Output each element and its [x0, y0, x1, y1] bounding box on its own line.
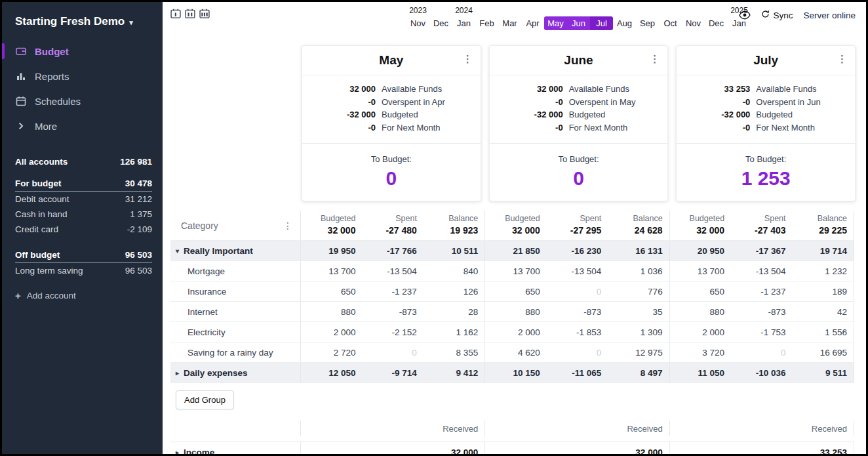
spent-cell[interactable]: -1 853 [547, 322, 608, 342]
spent-cell[interactable]: -873 [731, 302, 792, 321]
timeline-month-nov-12[interactable]: Nov [682, 6, 705, 30]
spent-cell[interactable]: -10 036 [731, 363, 792, 383]
balance-cell[interactable]: 189 [793, 281, 854, 301]
budgeted-cell[interactable]: 11 050 [670, 363, 731, 383]
budgeted-cell[interactable]: 650 [670, 281, 731, 301]
balance-cell[interactable]: 1 556 [793, 322, 854, 342]
spent-cell[interactable]: 0 [547, 281, 608, 301]
income-total-cell[interactable]: 33 253 [670, 442, 854, 454]
balance-cell[interactable]: 12 975 [608, 342, 669, 362]
to-budget-value[interactable]: 0 [302, 167, 481, 190]
spent-header-cell[interactable]: Spent-27 403 [731, 211, 792, 240]
timeline-month-dec-1[interactable]: Dec [429, 6, 452, 30]
add-group-button[interactable]: Add Group [176, 390, 234, 409]
spent-cell[interactable]: -2 152 [362, 322, 423, 342]
spent-cell[interactable]: -873 [362, 302, 423, 321]
balance-cell[interactable]: 126 [424, 281, 484, 301]
spent-cell[interactable]: -13 504 [731, 261, 792, 281]
budgeted-cell[interactable]: 13 700 [670, 261, 731, 281]
budgeted-cell[interactable]: 2 720 [301, 342, 362, 362]
balance-cell[interactable]: 776 [608, 281, 669, 301]
spent-header-cell[interactable]: Spent-27 480 [362, 211, 423, 240]
account-item-off-budget[interactable]: Off budget96 503 [15, 247, 152, 263]
spent-cell[interactable]: -17 367 [731, 241, 792, 260]
to-budget-value[interactable]: 1 253 [677, 167, 855, 190]
spent-cell[interactable]: -13 504 [547, 261, 608, 281]
budgeted-cell[interactable]: 13 700 [485, 261, 546, 281]
budgeted-cell[interactable]: 10 150 [485, 363, 546, 383]
timeline-month-may-6[interactable]: May [544, 6, 567, 30]
category-menu-icon[interactable]: ⋮ [283, 220, 292, 231]
group-toggle[interactable]: ▸Daily expenses [170, 363, 300, 383]
category-name[interactable]: Internet [170, 302, 300, 321]
timeline-month-feb-3[interactable]: Feb [475, 6, 498, 30]
month-menu-icon[interactable]: ⋮ [463, 53, 473, 65]
month-menu-icon[interactable]: ⋮ [837, 53, 847, 65]
balance-cell[interactable]: 1 309 [608, 322, 669, 342]
balance-cell[interactable]: 42 [793, 302, 854, 321]
privacy-eye-icon[interactable] [739, 10, 751, 20]
balance-cell[interactable]: 840 [424, 261, 484, 281]
account-item-for-budget[interactable]: For budget30 478 [15, 176, 152, 192]
timeline-month-apr-5[interactable]: Apr [521, 6, 544, 30]
timeline-month-sep-10[interactable]: Sep [636, 6, 659, 30]
balance-cell[interactable]: 9 511 [793, 363, 854, 383]
sidebar-item-reports[interactable]: Reports [2, 64, 163, 89]
budgeted-cell[interactable]: 3 720 [670, 342, 731, 362]
balance-cell[interactable]: 16 131 [608, 241, 669, 260]
balance-cell[interactable]: 19 714 [793, 241, 854, 260]
calendar-1-month-icon[interactable] [170, 9, 181, 18]
income-total-cell[interactable]: 32 000 [301, 442, 484, 454]
spent-cell[interactable]: -16 230 [547, 241, 608, 260]
sync-button[interactable]: Sync [761, 10, 793, 20]
balance-header-cell[interactable]: Balance19 923 [424, 211, 484, 240]
budgeted-cell[interactable]: 2 000 [670, 322, 731, 342]
budgeted-cell[interactable]: 2 000 [485, 322, 546, 342]
balance-cell[interactable]: 16 695 [793, 342, 854, 362]
balance-cell[interactable]: 9 412 [424, 363, 484, 383]
budgeted-cell[interactable]: 19 950 [301, 241, 362, 260]
account-item-credit-card[interactable]: Credit card-2 109 [15, 222, 152, 237]
budgeted-cell[interactable]: 880 [301, 302, 362, 321]
month-menu-icon[interactable]: ⋮ [650, 53, 660, 65]
timeline-month-nov-0[interactable]: 2023Nov [406, 6, 429, 30]
timeline-month-jul-8[interactable]: Jul [590, 6, 613, 30]
account-item-all-accounts[interactable]: All accounts126 981 [15, 154, 152, 169]
account-item-cash-in-hand[interactable]: Cash in hand1 375 [15, 207, 152, 222]
group-toggle[interactable]: ▾Really Important [170, 241, 300, 260]
spent-cell[interactable]: 0 [362, 342, 423, 362]
budgeted-cell[interactable]: 650 [301, 281, 362, 301]
sidebar-item-schedules[interactable]: Schedules [2, 89, 163, 114]
timeline-month-jun-7[interactable]: Jun [567, 6, 590, 30]
spent-cell[interactable]: -1 753 [731, 322, 792, 342]
budgeted-cell[interactable]: 4 620 [485, 342, 546, 362]
budgeted-cell[interactable]: 880 [485, 302, 546, 321]
balance-header-cell[interactable]: Balance24 628 [608, 211, 669, 240]
category-name[interactable]: Electricity [170, 322, 300, 342]
spent-cell[interactable]: -17 766 [362, 241, 423, 260]
budgeted-cell[interactable]: 650 [485, 281, 546, 301]
balance-cell[interactable]: 10 511 [424, 241, 484, 260]
to-budget-value[interactable]: 0 [490, 167, 668, 190]
balance-cell[interactable]: 35 [608, 302, 669, 321]
timeline-month-aug-9[interactable]: Aug [613, 6, 636, 30]
balance-cell[interactable]: 1 036 [608, 261, 669, 281]
timeline-month-oct-11[interactable]: Oct [659, 6, 682, 30]
balance-cell[interactable]: 8 497 [608, 363, 669, 383]
spent-header-cell[interactable]: Spent-27 295 [547, 211, 608, 240]
calendar-3-months-icon[interactable] [199, 9, 210, 18]
budgeted-cell[interactable]: 12 050 [301, 363, 362, 383]
budgeted-cell[interactable]: 20 950 [670, 241, 731, 260]
spent-cell[interactable]: -1 237 [731, 281, 792, 301]
category-name[interactable]: Mortgage [170, 261, 300, 281]
budgeted-cell[interactable]: 2 000 [301, 322, 362, 342]
balance-cell[interactable]: 8 355 [424, 342, 484, 362]
timeline-month-jan-2[interactable]: 2024Jan [452, 6, 475, 30]
timeline-month-dec-13[interactable]: Dec [705, 6, 728, 30]
balance-cell[interactable]: 28 [424, 302, 484, 321]
income-group-toggle[interactable]: ▸ Income [170, 442, 300, 454]
budget-file-menu[interactable]: Starting Fresh Demo▾ [2, 10, 163, 39]
budgeted-cell[interactable]: 13 700 [301, 261, 362, 281]
spent-cell[interactable]: -873 [547, 302, 608, 321]
account-item-long-term-saving[interactable]: Long term saving96 503 [15, 263, 152, 278]
